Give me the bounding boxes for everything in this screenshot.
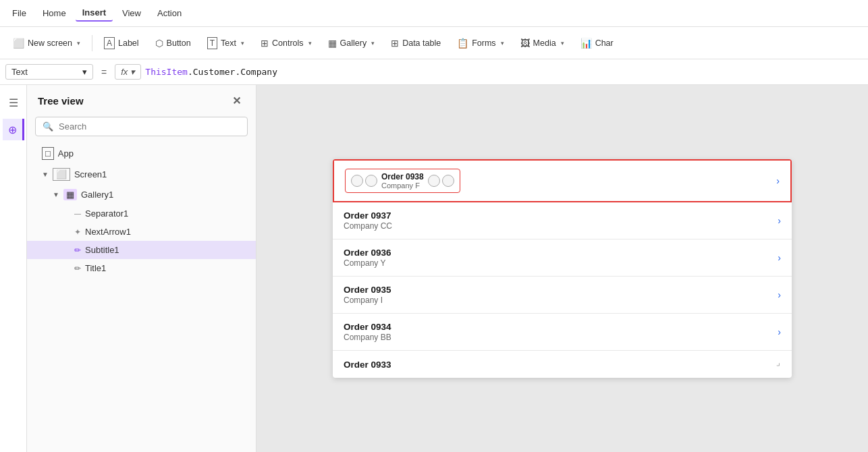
arrow-0933-icon: ›: [774, 360, 784, 370]
gallery-button[interactable]: ▦ Gallery ▾: [321, 34, 383, 53]
item-0936-content: Order 0936 Company Y: [344, 248, 769, 268]
tree-item-gallery1[interactable]: ▼ ▦ Gallery1: [27, 185, 256, 204]
menu-insert[interactable]: Insert: [76, 5, 113, 22]
tree-view-title: Tree view: [38, 95, 84, 107]
canvas-area: Order 0938 Company F › Order 0937 Compan…: [256, 85, 868, 452]
new-screen-chevron: ▾: [77, 40, 80, 47]
tree-items: □ App ▼ ⬜ Screen1 ▼ ▦ Gallery1 — Separ: [27, 143, 256, 452]
tree-search-input[interactable]: [59, 121, 240, 132]
nextarrow1-icon: ✦: [74, 227, 81, 237]
formula-dropdown[interactable]: Text ▾: [5, 64, 93, 80]
formula-this-item: ThisItem: [145, 67, 188, 77]
gallery-item-0935[interactable]: Order 0935 Company I ›: [333, 277, 792, 314]
charts-button[interactable]: 📊 Char: [573, 34, 621, 53]
gallery1-icon: ▦: [63, 189, 77, 200]
selected-item-inner: Order 0938 Company F: [345, 169, 460, 193]
divider-1: [92, 35, 92, 51]
tree-item-app[interactable]: □ App: [27, 143, 256, 164]
circles-group-2: [428, 175, 454, 187]
item-0933-content: Order 0933: [344, 360, 769, 370]
tree-item-gallery1-label: Gallery1: [81, 190, 113, 200]
gallery-item-0938[interactable]: Order 0938 Company F ›: [333, 159, 792, 202]
item-0935-subtitle: Company I: [344, 295, 769, 305]
arrow-0937-icon: ›: [778, 215, 781, 226]
button-button[interactable]: ⬡ Button: [148, 34, 198, 53]
formula-dropdown-value: Text: [11, 67, 28, 77]
item-0936-title: Order 0936: [344, 248, 769, 258]
item-0938-subtitle: Company F: [381, 181, 424, 190]
gallery-item-0937[interactable]: Order 0937 Company CC ›: [333, 202, 792, 239]
dropdown-chevron-icon: ▾: [82, 67, 87, 77]
menu-home[interactable]: Home: [36, 5, 73, 21]
formula-fx-button[interactable]: fx ▾: [115, 64, 141, 80]
menu-view[interactable]: View: [115, 5, 148, 21]
item-0934-subtitle: Company BB: [344, 333, 769, 342]
tree-item-screen1[interactable]: ▼ ⬜ Screen1: [27, 164, 256, 185]
text-button[interactable]: T Text ▾: [200, 33, 252, 53]
gallery-item-0934[interactable]: Order 0934 Company BB ›: [333, 314, 792, 351]
tree-item-nextarrow1-label: NextArrow1: [85, 227, 131, 237]
tree-item-nextarrow1[interactable]: ✦ NextArrow1: [27, 223, 256, 241]
layers-icon[interactable]: ⊕: [3, 119, 24, 140]
item-0937-title: Order 0937: [344, 210, 769, 221]
gallery-card: Order 0938 Company F › Order 0937 Compan…: [333, 159, 792, 378]
gallery-item-0936[interactable]: Order 0936 Company Y ›: [333, 239, 792, 277]
screen1-chevron-icon: ▼: [42, 171, 49, 178]
tree-item-app-label: App: [58, 148, 74, 159]
hamburger-icon[interactable]: ☰: [3, 92, 24, 113]
menu-bar: File Home Insert View Action: [0, 0, 868, 27]
data-table-button[interactable]: ⊞ Data table: [383, 34, 448, 53]
tree-close-button[interactable]: ✕: [228, 93, 245, 109]
charts-icon: 📊: [580, 38, 592, 49]
media-chevron: ▾: [561, 40, 564, 47]
fx-chevron-icon: ▾: [130, 67, 135, 77]
item-0937-content: Order 0937 Company CC: [344, 210, 769, 231]
circles-group: [351, 175, 377, 187]
gallery-chevron: ▾: [371, 40, 375, 47]
label-icon: A: [104, 37, 115, 49]
tree-search-container: 🔍: [35, 117, 248, 136]
forms-icon: 📋: [457, 38, 468, 49]
gallery1-chevron-icon: ▼: [53, 191, 59, 198]
item-0934-content: Order 0934 Company BB: [344, 322, 769, 342]
forms-button[interactable]: 📋 Forms ▾: [450, 34, 511, 53]
item-0937-subtitle: Company CC: [344, 221, 769, 231]
subtitle1-icon: ✏: [74, 246, 81, 255]
circle-1: [351, 175, 363, 187]
circle-4: [442, 175, 454, 187]
formula-dot1: .: [188, 67, 193, 77]
separator1-icon: —: [74, 210, 81, 217]
tree-item-title1[interactable]: ✏ Title1: [27, 259, 256, 277]
new-screen-button[interactable]: ⬜ New screen ▾: [5, 34, 88, 53]
tree-item-subtitle1[interactable]: ✏ Subtitle1: [27, 241, 256, 259]
controls-icon: ⊞: [261, 38, 269, 49]
selected-item-content: Order 0938 Company F: [381, 172, 424, 190]
menu-action[interactable]: Action: [151, 5, 188, 21]
forms-chevron: ▾: [501, 40, 504, 47]
media-button[interactable]: 🖼 Media ▾: [513, 34, 572, 53]
tree-header: Tree view ✕: [27, 85, 256, 117]
item-0933-title: Order 0933: [344, 360, 769, 370]
app-icon: □: [42, 147, 54, 160]
tree-item-separator1[interactable]: — Separator1: [27, 204, 256, 223]
item-0936-subtitle: Company Y: [344, 258, 769, 268]
gallery-item-0933[interactable]: Order 0933 ›: [333, 351, 792, 378]
menu-file[interactable]: File: [5, 5, 33, 21]
arrow-0934-icon: ›: [778, 327, 781, 337]
toolbar: ⬜ New screen ▾ A Label ⬡ Button T Text ▾…: [0, 27, 868, 59]
item-0934-title: Order 0934: [344, 322, 769, 332]
title1-icon: ✏: [74, 264, 81, 273]
tree-panel: Tree view ✕ 🔍 □ App ▼ ⬜ Screen1: [27, 85, 256, 452]
label-button[interactable]: A Label: [97, 33, 146, 53]
formula-bar: Text ▾ = fx ▾ ThisItem.Customer.Company: [0, 59, 868, 85]
equals-sign: =: [97, 67, 111, 78]
item-0935-title: Order 0935: [344, 285, 769, 295]
item-0935-content: Order 0935 Company I: [344, 285, 769, 305]
text-icon: T: [207, 37, 217, 49]
main-layout: ☰ ⊕ Tree view ✕ 🔍 □ App ▼ ⬜ Screen1: [0, 85, 868, 452]
tree-item-title1-label: Title1: [85, 263, 106, 273]
fx-label: fx: [121, 67, 128, 77]
tree-item-screen1-label: Screen1: [74, 169, 107, 179]
controls-button[interactable]: ⊞ Controls ▾: [253, 34, 319, 53]
tree-item-subtitle1-label: Subtitle1: [85, 245, 119, 255]
